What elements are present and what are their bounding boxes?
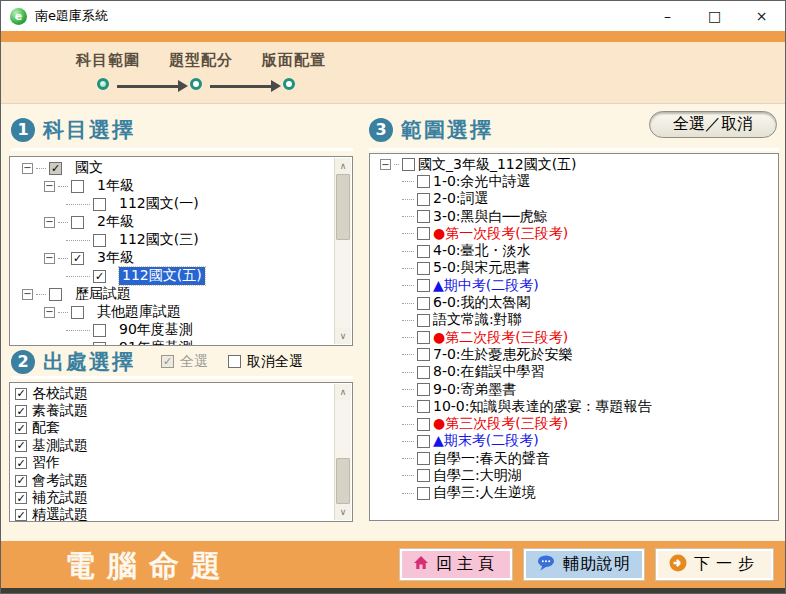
tree-item-label[interactable]: 112國文(一) — [119, 195, 199, 213]
tree-item-label[interactable]: ●第一次段考(三段考) — [433, 225, 568, 243]
source-item-label[interactable]: 基測試題 — [32, 437, 88, 455]
tree-checkbox[interactable] — [71, 216, 84, 229]
tree-item-label[interactable]: 6-0:我的太魯閣 — [433, 294, 531, 312]
tree-checkbox[interactable] — [417, 175, 430, 188]
tree-checkbox[interactable] — [402, 158, 415, 171]
tree-checkbox[interactable] — [417, 487, 430, 500]
source-item-checkbox[interactable]: ✓ — [15, 457, 27, 469]
tree-checkbox[interactable] — [417, 210, 430, 223]
tree-checkbox[interactable] — [417, 469, 430, 482]
source-item-label[interactable]: 補充試題 — [32, 489, 88, 507]
tree-item-label[interactable]: ▲期末考(二段考) — [433, 432, 539, 450]
tree-checkbox[interactable] — [417, 314, 430, 327]
maximize-button[interactable]: □ — [691, 1, 738, 31]
tree-checkbox[interactable] — [93, 342, 106, 346]
tree-item-label[interactable]: 其他題庫試題 — [97, 303, 181, 321]
expander-icon[interactable]: − — [44, 181, 55, 192]
tree-checkbox[interactable] — [71, 180, 84, 193]
tree-checkbox[interactable] — [417, 400, 430, 413]
step-circle-2-icon[interactable] — [190, 78, 202, 90]
subject-tree-scrollbar[interactable]: ∧ ∨ — [334, 158, 351, 344]
tree-checkbox[interactable]: ✓ — [49, 162, 62, 175]
tree-item-label[interactable]: 歷屆試題 — [75, 285, 131, 303]
tree-item-label[interactable]: 7-0:生於憂患死於安樂 — [433, 346, 573, 364]
tree-item-label[interactable]: 91年度基測 — [119, 339, 193, 345]
source-item-label[interactable]: 素養試題 — [32, 402, 88, 420]
tree-checkbox[interactable] — [417, 245, 430, 258]
tree-checkbox[interactable] — [417, 418, 430, 431]
source-item-checkbox[interactable]: ✓ — [15, 388, 27, 400]
tree-item-label[interactable]: 2年級 — [97, 213, 134, 231]
expander-icon[interactable]: − — [22, 289, 33, 300]
toggle-select-all-button[interactable]: 全選／取消 — [649, 111, 777, 138]
tree-item-label[interactable]: 4-0:臺北・淡水 — [433, 242, 531, 260]
tree-item-label[interactable]: 10-0:知識與表達的盛宴：專題報告 — [433, 398, 652, 416]
tree-checkbox[interactable] — [417, 383, 430, 396]
tree-checkbox[interactable] — [417, 348, 430, 361]
tree-checkbox[interactable] — [49, 288, 62, 301]
tree-checkbox[interactable] — [417, 279, 430, 292]
tree-item-label[interactable]: 自學一:春天的聲音 — [433, 450, 550, 468]
minimize-button[interactable]: – — [644, 1, 691, 31]
help-button[interactable]: 輔助說明 — [524, 549, 644, 580]
deselect-all-checkbox[interactable] — [228, 355, 241, 368]
tree-item-label[interactable]: 9-0:寄弟墨書 — [433, 381, 517, 399]
source-item-label[interactable]: 習作 — [32, 454, 60, 472]
tree-checkbox[interactable] — [417, 366, 430, 379]
expander-icon[interactable]: − — [22, 163, 33, 174]
scroll-up-icon[interactable]: ∧ — [335, 158, 351, 174]
scroll-thumb[interactable] — [336, 174, 350, 240]
scroll-track[interactable] — [335, 400, 351, 504]
tree-checkbox[interactable] — [417, 297, 430, 310]
scroll-track[interactable] — [335, 174, 351, 328]
scroll-up-icon[interactable]: ∧ — [335, 384, 351, 400]
tree-checkbox[interactable] — [417, 262, 430, 275]
tree-item-label[interactable]: 112國文(五) — [119, 267, 205, 285]
tree-item-label[interactable]: 90年度基測 — [119, 321, 193, 339]
tree-item-label[interactable]: 語文常識:對聯 — [433, 311, 522, 329]
source-item-checkbox[interactable]: ✓ — [15, 405, 27, 417]
source-item-checkbox[interactable]: ✓ — [15, 422, 27, 434]
source-list-scrollbar[interactable]: ∧ ∨ — [334, 384, 351, 520]
tree-item-label[interactable]: 8-0:在錯誤中學習 — [433, 363, 545, 381]
tree-checkbox[interactable] — [417, 193, 430, 206]
scroll-down-icon[interactable]: ∨ — [335, 504, 351, 520]
source-item-label[interactable]: 配套 — [32, 419, 60, 437]
expander-icon[interactable]: − — [380, 159, 391, 170]
tree-item-label[interactable]: 國文_3年級_112國文(五) — [418, 156, 577, 174]
tree-checkbox[interactable] — [71, 306, 84, 319]
tree-checkbox[interactable] — [417, 227, 430, 240]
tree-item-label[interactable]: 3-0:黑與白──虎鯨 — [433, 208, 547, 226]
source-item-label[interactable]: 各校試題 — [32, 385, 88, 403]
tree-checkbox[interactable] — [93, 324, 106, 337]
tree-checkbox[interactable]: ✓ — [93, 270, 106, 283]
tree-item-label[interactable]: 自學三:人生逆境 — [433, 484, 536, 502]
step-circle-3-icon[interactable] — [283, 78, 295, 90]
source-item-label[interactable]: 精選試題 — [32, 506, 88, 521]
step-circle-1-icon[interactable] — [97, 78, 109, 90]
tree-item-label[interactable]: 3年級 — [97, 249, 134, 267]
source-item-checkbox[interactable]: ✓ — [15, 509, 27, 521]
tree-item-label[interactable]: ●第二次段考(三段考) — [433, 329, 568, 347]
next-step-button[interactable]: 下一步 — [656, 549, 773, 580]
source-item-checkbox[interactable]: ✓ — [15, 440, 27, 452]
tree-checkbox[interactable] — [93, 198, 106, 211]
tree-checkbox[interactable] — [93, 234, 106, 247]
deselect-all-control[interactable]: 取消全選 — [228, 353, 303, 371]
expander-icon[interactable]: − — [44, 307, 55, 318]
expander-icon[interactable]: − — [44, 217, 55, 228]
scroll-down-icon[interactable]: ∨ — [335, 328, 351, 344]
tree-item-label[interactable]: ●第三次段考(三段考) — [433, 415, 568, 433]
select-all-checkbox[interactable]: ✓ — [161, 355, 174, 368]
close-button[interactable]: × — [738, 1, 785, 31]
tree-item-label[interactable]: 自學二:大明湖 — [433, 467, 522, 485]
tree-checkbox[interactable] — [417, 452, 430, 465]
expander-icon[interactable]: − — [44, 253, 55, 264]
tree-item-label[interactable]: 5-0:與宋元思書 — [433, 259, 531, 277]
source-item-checkbox[interactable]: ✓ — [15, 475, 27, 487]
source-item-checkbox[interactable]: ✓ — [15, 492, 27, 504]
tree-item-label[interactable]: 國文 — [75, 159, 103, 177]
tree-checkbox[interactable]: ✓ — [71, 252, 84, 265]
tree-item-label[interactable]: ▲期中考(二段考) — [433, 277, 539, 295]
tree-checkbox[interactable] — [417, 435, 430, 448]
